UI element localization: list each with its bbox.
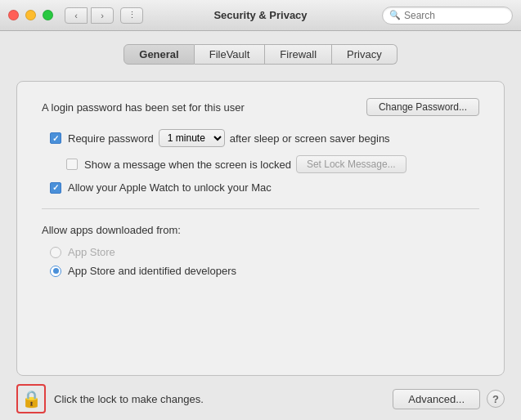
show-message-label: Show a message when the screen is locked: [84, 159, 291, 171]
maximize-button[interactable]: [43, 10, 53, 20]
main-content: General FileVault Firewall Privacy A log…: [0, 31, 521, 420]
app-store-identified-label: App Store and identified developers: [68, 265, 236, 277]
require-password-dropdown[interactable]: 1 minute: [159, 129, 225, 147]
allow-apps-title: Allow apps downloaded from:: [42, 224, 479, 236]
help-button[interactable]: ?: [487, 390, 505, 408]
radio-app-store-identified-row[interactable]: App Store and identified developers: [42, 265, 479, 277]
lock-text: Click the lock to make changes.: [54, 393, 204, 405]
search-input[interactable]: [404, 10, 505, 21]
require-password-label: Require password: [68, 132, 154, 145]
login-row: A login password has been set for this u…: [42, 98, 479, 116]
title-bar: ‹ › ⋮ Security & Privacy 🔍: [0, 0, 521, 31]
tab-filevault[interactable]: FileVault: [195, 44, 266, 65]
close-button[interactable]: [8, 10, 19, 20]
radio-app-store-row[interactable]: App Store: [42, 246, 479, 258]
login-text: A login password has been set for this u…: [42, 101, 245, 114]
bottom-bar: 🔒 Click the lock to make changes. Advanc…: [16, 376, 505, 420]
minimize-button[interactable]: [25, 10, 36, 20]
require-password-suffix: after sleep or screen saver begins: [230, 132, 390, 145]
tab-bar: General FileVault Firewall Privacy: [16, 44, 505, 65]
tab-general[interactable]: General: [124, 44, 194, 65]
lock-icon: 🔒: [21, 389, 42, 409]
search-icon: 🔍: [389, 10, 401, 20]
forward-button[interactable]: ›: [91, 7, 114, 24]
apple-watch-label: Allow your Apple Watch to unlock your Ma…: [68, 181, 272, 194]
show-message-row: Show a message when the screen is locked…: [42, 155, 479, 173]
search-box[interactable]: 🔍: [382, 7, 513, 25]
change-password-button[interactable]: Change Password...: [366, 98, 479, 116]
traffic-lights: [8, 10, 53, 20]
lock-area: 🔒 Click the lock to make changes.: [16, 384, 204, 413]
app-store-label: App Store: [68, 246, 115, 258]
lock-icon-button[interactable]: 🔒: [16, 384, 46, 413]
show-message-checkbox[interactable]: [66, 159, 78, 170]
allow-apps-section: Allow apps downloaded from: App Store Ap…: [42, 224, 479, 277]
radio-app-store-identified[interactable]: [50, 266, 61, 277]
bottom-right: Advanced... ?: [393, 389, 505, 409]
advanced-button[interactable]: Advanced...: [393, 389, 480, 409]
apple-watch-row: Allow your Apple Watch to unlock your Ma…: [42, 181, 479, 194]
window-title: Security & Privacy: [213, 9, 307, 21]
radio-app-store[interactable]: [50, 247, 61, 258]
grid-button[interactable]: ⋮: [120, 7, 143, 24]
content-panel: A login password has been set for this u…: [16, 81, 505, 376]
require-password-checkbox[interactable]: [50, 132, 61, 144]
apple-watch-checkbox[interactable]: [50, 182, 61, 194]
tab-firewall[interactable]: Firewall: [265, 44, 332, 65]
set-lock-message-button[interactable]: Set Lock Message...: [296, 155, 406, 173]
back-button[interactable]: ‹: [65, 7, 88, 24]
require-password-row: Require password 1 minute after sleep or…: [42, 129, 479, 147]
tab-privacy[interactable]: Privacy: [332, 44, 397, 65]
divider: [42, 208, 479, 209]
nav-buttons: ‹ ›: [65, 7, 114, 24]
